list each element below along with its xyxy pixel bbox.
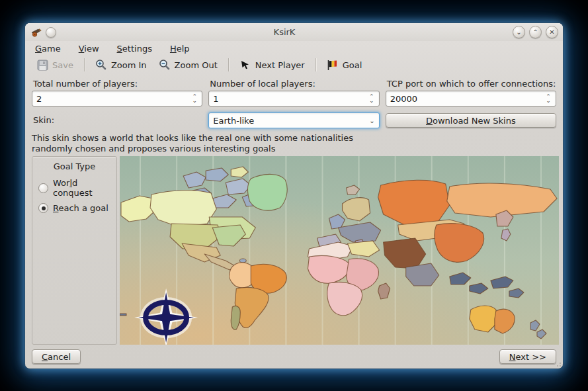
resize-grip[interactable] [554, 360, 561, 367]
chevron-down-icon: ⌄ [369, 117, 374, 124]
spinner-arrows-icon[interactable]: ⌃⌄ [187, 95, 202, 103]
total-players-spinbox[interactable]: ⌃⌄ [32, 91, 202, 107]
zoom-out-button[interactable]: Zoom Out [154, 57, 222, 73]
goal-button[interactable]: Goal [322, 57, 367, 73]
skin-row: Skin: Earth-like ⌄ Download New Skins [25, 107, 563, 128]
save-floppy-icon [36, 59, 48, 71]
reach-a-goal-option[interactable]: Reach a goal [38, 203, 116, 213]
radio-icon-checked[interactable] [38, 203, 48, 213]
goal-label: Goal [343, 60, 362, 70]
skin-label: Skin: [33, 115, 202, 125]
total-players-label: Total number of players: [33, 79, 202, 89]
goal-type-groupbox: Goal Type World conquest Reach a goal [32, 156, 117, 345]
world-conquest-option[interactable]: World conquest [38, 178, 116, 198]
save-button[interactable]: Save [32, 57, 78, 73]
world-conquest-label: World conquest [53, 178, 116, 198]
zoom-out-label: Zoom Out [175, 60, 218, 70]
content-row: Goal Type World conquest Reach a goal [32, 156, 559, 345]
toolbar: Save Zoom In Zoom Out [25, 55, 563, 76]
goal-flag-icon [327, 59, 339, 71]
titlebar-menu-button[interactable] [46, 27, 56, 38]
players-form: Total number of players: Number of local… [25, 76, 563, 107]
cannon-icon [30, 26, 42, 38]
spinner-arrows-icon[interactable]: ⌃⌄ [364, 95, 379, 103]
titlebar[interactable]: KsirK ⌄ ⌃ ✕ [25, 23, 563, 41]
skin-combobox[interactable]: Earth-like ⌄ [208, 112, 379, 128]
menubar: Game View Settings Help [25, 41, 563, 55]
close-button[interactable]: ✕ [546, 26, 558, 38]
minimize-icon: ⌄ [516, 29, 521, 36]
maximize-icon: ⌃ [532, 29, 538, 36]
next-player-button[interactable]: Next Player [235, 57, 310, 73]
tcp-port-label: TCP port on which to offer connections: [387, 79, 556, 89]
maximize-button[interactable]: ⌃ [529, 26, 542, 38]
total-players-input[interactable] [32, 94, 187, 104]
minimize-button[interactable]: ⌄ [513, 26, 525, 38]
menu-settings[interactable]: Settings [117, 44, 152, 54]
zoom-in-button[interactable]: Zoom In [91, 57, 151, 73]
spinner-arrows-icon[interactable]: ⌃⌄ [541, 95, 556, 103]
download-new-skins-button[interactable]: Download New Skins [386, 113, 556, 128]
reach-a-goal-label: Reach a goal [53, 203, 108, 213]
skin-selected-value: Earth-like [213, 116, 369, 126]
skin-description-line2: randomly chosen and proposes various int… [32, 144, 556, 154]
toolbar-separator [84, 58, 85, 71]
toolbar-separator [315, 58, 316, 71]
radio-icon[interactable] [38, 183, 48, 193]
tcp-port-input[interactable] [386, 94, 541, 104]
save-label: Save [52, 60, 73, 70]
zoom-in-icon [95, 59, 107, 71]
tcp-port-spinbox[interactable]: ⌃⌄ [386, 91, 556, 107]
menu-game[interactable]: Game [35, 44, 61, 54]
earth-like-map-preview[interactable] [120, 156, 559, 345]
next-player-label: Next Player [255, 60, 305, 70]
local-players-label: Number of local players: [210, 79, 379, 89]
next-player-cursor-icon [239, 59, 251, 71]
skin-description-line1: This skin shows a world that looks like … [32, 133, 556, 144]
cancel-button[interactable]: Cancel [32, 349, 81, 364]
local-players-input[interactable] [209, 94, 364, 104]
goal-type-title: Goal Type [32, 161, 116, 171]
zoom-out-icon [159, 59, 171, 71]
world-map-image [120, 156, 559, 345]
footer: Cancel Next >> [25, 345, 563, 364]
skin-description: This skin shows a world that looks like … [25, 128, 563, 154]
zoom-in-label: Zoom In [111, 60, 147, 70]
menu-help[interactable]: Help [170, 44, 190, 54]
local-players-spinbox[interactable]: ⌃⌄ [208, 91, 379, 107]
ksirk-window: KsirK ⌄ ⌃ ✕ Game View Settings Help Save [25, 23, 563, 369]
close-icon: ✕ [549, 29, 554, 36]
menu-view[interactable]: View [79, 44, 99, 54]
toolbar-separator [228, 58, 229, 71]
next-button[interactable]: Next >> [499, 349, 556, 364]
window-title: KsirK [56, 27, 513, 37]
